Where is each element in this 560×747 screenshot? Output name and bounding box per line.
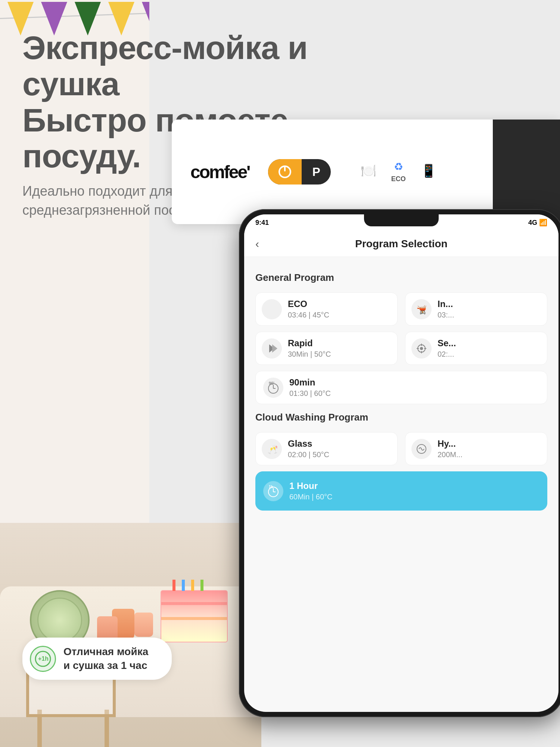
back-button[interactable]: ‹: [255, 238, 259, 250]
min90-detail: 01:30 | 60°C: [289, 389, 539, 398]
svg-text:1h: 1h: [269, 485, 273, 489]
feature-badge: +1h Отличная мойка и сушка за 1 час: [22, 638, 172, 680]
glass-name: Glass: [288, 438, 391, 449]
program-icon-self: [411, 338, 432, 359]
dishwasher-dark: [493, 120, 560, 224]
phone-outer: 9:41 4G 📶 ‹ Program Selection General Pr…: [239, 209, 560, 717]
phone-screen: 9:41 4G 📶 ‹ Program Selection General Pr…: [244, 214, 559, 712]
program-item-90min[interactable]: 90' 90min 01:30 | 60°C: [255, 371, 547, 404]
dishwasher-panel: comfee' P 🍽️ ♻ ECO 📱: [172, 120, 560, 224]
phone-notch: [364, 214, 439, 226]
cloud-grid-row1: 🥂 Glass 02:00 | 50°C: [255, 432, 547, 465]
program-info-rapid: Rapid 30Min | 50°C: [288, 338, 391, 359]
intensive-detail: 03:...: [438, 311, 541, 319]
power-icon: [279, 165, 291, 178]
svg-text:🫕: 🫕: [417, 305, 427, 315]
program-info-1hour: 1 Hour 60Min | 60°C: [289, 481, 539, 501]
program-item-1hour[interactable]: 1h 1 Hour 60Min | 60°C: [255, 471, 547, 511]
program-icon-intensive: 🫕: [411, 299, 432, 319]
program-item-glass[interactable]: 🥂 Glass 02:00 | 50°C: [255, 432, 398, 465]
glass-detail: 02:00 | 50°C: [288, 450, 391, 459]
rapid-name: Rapid: [288, 338, 391, 348]
self-name: Se...: [438, 338, 541, 348]
badge-text: Отличная мойка и сушка за 1 час: [63, 645, 148, 672]
badge-text-line1: Отличная мойка: [63, 645, 148, 658]
kitchen-scene: [0, 486, 269, 747]
panel-icons: 🍽️ ♻ ECO 📱: [361, 161, 436, 183]
program-info-glass: Glass 02:00 | 50°C: [288, 438, 391, 459]
cake: [161, 590, 228, 642]
hour1-name: 1 Hour: [289, 481, 539, 491]
hour1-detail: 60Min | 60°C: [289, 493, 539, 501]
status-signal: 4G 📶: [528, 218, 547, 227]
svg-text:+1h: +1h: [38, 655, 49, 662]
app-header: ‹ Program Selection: [244, 231, 559, 257]
rapid-detail: 30Min | 50°C: [288, 350, 391, 359]
eco-label: ECO: [391, 175, 406, 183]
comfee-logo: comfee': [190, 162, 249, 182]
min90-name: 90min: [289, 377, 539, 388]
eco-icon: ♻: [394, 161, 403, 173]
svg-text:90': 90': [269, 381, 274, 385]
program-item-self[interactable]: Se... 02:...: [405, 332, 547, 365]
cup3: [134, 613, 153, 637]
program-icon-eco: 🌿: [262, 299, 282, 319]
program-grid-row2: Rapid 30Min | 50°C: [255, 332, 547, 365]
eco-detail: 03:46 | 45°C: [288, 311, 391, 319]
svg-marker-3: [272, 344, 277, 353]
headline-line1: Экспресс-мойка и сушка: [22, 30, 321, 102]
program-item-intensive[interactable]: 🫕 In... 03:...: [405, 292, 547, 326]
power-button[interactable]: [268, 159, 302, 185]
svg-text:🌿: 🌿: [268, 304, 277, 314]
program-info-90min: 90min 01:30 | 60°C: [289, 377, 539, 398]
status-time: 9:41: [255, 219, 269, 227]
program-item-rapid[interactable]: Rapid 30Min | 50°C: [255, 332, 398, 365]
program-icon-1hour: 1h: [263, 481, 283, 501]
program-info-hygiene: Hy... 200M...: [438, 438, 541, 459]
program-grid-row1: 🌿 ECO 03:46 | 45°C 🫕: [255, 292, 547, 326]
general-section-title: General Program: [255, 272, 547, 283]
app-title: Program Selection: [355, 238, 447, 250]
panel-icon-wash: 🍽️: [361, 163, 376, 180]
program-info-intensive: In... 03:...: [438, 299, 541, 319]
hygiene-detail: 200M...: [438, 450, 541, 459]
svg-point-5: [420, 347, 423, 350]
program-icon-hygiene: [411, 439, 432, 459]
program-item-eco[interactable]: 🌿 ECO 03:46 | 45°C: [255, 292, 398, 326]
wash-icon: 🍽️: [361, 163, 376, 178]
program-icon-rapid: [262, 338, 282, 359]
phone-mockup: 9:41 4G 📶 ‹ Program Selection General Pr…: [239, 209, 560, 725]
svg-text:🥂: 🥂: [268, 444, 277, 455]
program-item-hygiene[interactable]: Hy... 200M...: [405, 432, 547, 465]
intensive-name: In...: [438, 299, 541, 309]
panel-icon-wifi: 📱: [421, 163, 436, 180]
self-detail: 02:...: [438, 350, 541, 359]
program-info-eco: ECO 03:46 | 45°C: [288, 299, 391, 319]
program-icon-glass: 🥂: [262, 439, 282, 459]
eco-name: ECO: [288, 299, 391, 309]
panel-icon-eco: ♻ ECO: [391, 161, 406, 183]
wifi-icon: 📱: [421, 163, 436, 178]
program-icon-90min: 90': [263, 378, 283, 398]
p-label: P: [302, 165, 330, 179]
badge-icon: +1h: [30, 646, 56, 672]
badge-text-line2: и сушка за 1 час: [63, 659, 148, 672]
program-info-self: Se... 02:...: [438, 338, 541, 359]
plate-small: [37, 598, 82, 642]
app-content: General Program 🌿 ECO 03:46 | 45°C: [244, 257, 559, 522]
cloud-section-title: Cloud Washing Program: [255, 412, 547, 423]
hygiene-name: Hy...: [438, 438, 541, 449]
power-button-group[interactable]: P: [268, 159, 330, 185]
